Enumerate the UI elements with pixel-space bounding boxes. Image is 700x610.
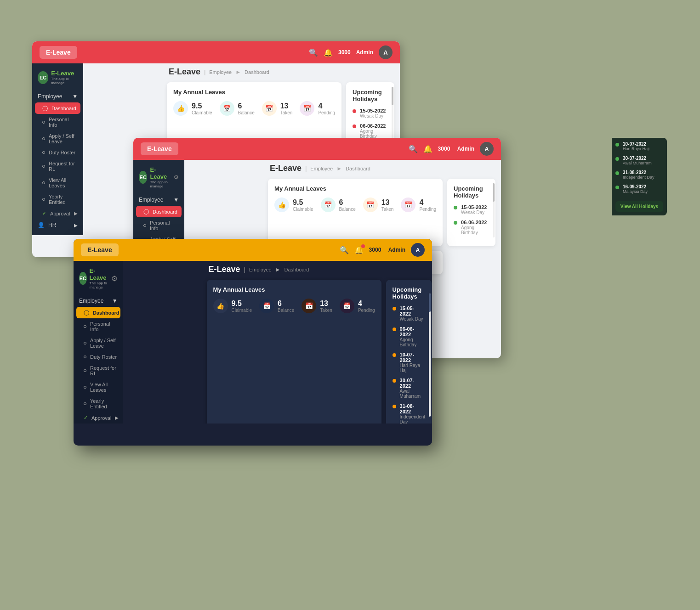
bc-section-p3[interactable]: Employee — [249, 267, 272, 272]
scrollbar-p3[interactable] — [429, 294, 431, 417]
settings-icon-p2[interactable]: ⚙ — [174, 174, 179, 181]
holidays-list-p2: 15-05-2022Wesak Day 06-06-2022Agong Birt… — [454, 204, 489, 235]
claimable-icon-p3: 👍 — [213, 299, 228, 313]
sidebar-request-p1[interactable]: Request for RL — [32, 158, 83, 175]
bc-section-p2[interactable]: Employee — [310, 166, 333, 171]
taken-icon-p1: 📅 — [262, 101, 277, 116]
leave-stats-p3: 👍 9.5Claimable 📅 6Balance 📅 13Taken — [213, 299, 375, 313]
balance-icon-p2: 📅 — [321, 198, 336, 212]
brand-button-p1[interactable]: E-Leave — [40, 46, 77, 59]
sidebar-employee-cat-p2[interactable]: Employee▼ — [133, 194, 184, 206]
partial-holiday-2: 30-07-2022Awal Muharram — [615, 156, 663, 165]
holiday-item-p1-1: 15-05-2022Wesak Day — [353, 108, 388, 119]
sidebar-personal-p3[interactable]: Personal Info — [74, 318, 123, 335]
logo-icon-p3: EC — [79, 272, 87, 285]
balance-icon-p3: 📅 — [259, 299, 274, 313]
main-content-p3: E-Leave | Employee ► Dashboard My Annual… — [201, 261, 432, 424]
sidebar-dashboard-p3[interactable]: ◯ Dashboard — [76, 307, 120, 318]
scrollbar-thumb-p3 — [429, 294, 431, 312]
logo-icon-p2: EC — [139, 171, 147, 184]
scrollbar-p1[interactable] — [392, 87, 393, 141]
brand-button-p2[interactable]: E-Leave — [141, 142, 178, 155]
stat-pending-p1: 📅 4Pending — [300, 101, 335, 116]
avatar-p3[interactable]: A — [411, 243, 425, 257]
claimable-icon-p1: 👍 — [173, 101, 188, 116]
sidebar-yearly-p3[interactable]: Yearly Entitled — [74, 395, 123, 412]
sidebar-view-p3[interactable]: View All Leaves — [74, 379, 123, 395]
sidebar-hr-p1[interactable]: 👤HR ▶ — [32, 219, 83, 231]
logo-p3: EC E-Leave The app to manage ⚙ — [74, 265, 123, 291]
sidebar-personal-p2[interactable]: Personal Info — [133, 217, 184, 234]
holidays-title-p1: Upcoming Holidays — [353, 89, 388, 102]
logo-name-p3: E-Leave — [90, 267, 108, 281]
topbar-right-p3: 🔍 🔔 3000 Admin A — [340, 243, 425, 257]
sidebar-dashboard-p2[interactable]: ◯ Dashboard — [136, 206, 182, 217]
bell-icon-p2[interactable]: 🔔 — [423, 145, 433, 153]
holidays-card-p2: Upcoming Holidays 15-05-2022Wesak Day 06… — [447, 179, 495, 246]
breadcrumb-p3: E-Leave | Employee ► Dashboard — [201, 261, 432, 276]
sidebar-dashboard-p1[interactable]: ◯ Dashboard — [35, 102, 80, 114]
holiday-item-p3-3: 10-07-2022Hari Raya Haji — [393, 352, 426, 373]
annual-leave-title-p1: My Annual Leaves — [173, 89, 335, 96]
search-icon-p2[interactable]: 🔍 — [409, 145, 418, 153]
scrollbar-thumb-p1 — [392, 87, 393, 105]
bell-icon-p1[interactable]: 🔔 — [324, 48, 333, 57]
sidebar-request-p3[interactable]: Request for RL — [74, 362, 123, 379]
holidays-list-p1: 15-05-2022Wesak Day 06-06-2022Agong Birt… — [353, 108, 388, 139]
scrollbar-thumb-p2 — [493, 183, 495, 202]
holiday-item-p1-2: 06-06-2022Agong Birthday — [353, 123, 388, 139]
stat-claimable-p2: 👍 9.5Claimable — [274, 198, 313, 212]
logo-name-p2: E-Leave — [150, 166, 171, 180]
sidebar-employee-cat-p1[interactable]: Employee▼ — [32, 90, 83, 102]
annual-leave-title-p3: My Annual Leaves — [213, 286, 375, 293]
bc-page-p3: Dashboard — [285, 267, 309, 272]
page-title-p2: E-Leave — [270, 164, 302, 173]
holidays-title-p2: Upcoming Holidays — [454, 185, 489, 199]
brand-button-p3[interactable]: E-Leave — [81, 243, 119, 256]
holidays-list-p3: 15-05-2022Wesak Day 06-06-2022Agong Birt… — [393, 305, 426, 424]
search-icon-p3[interactable]: 🔍 — [340, 246, 349, 254]
page-title-p1: E-Leave — [169, 67, 200, 77]
logo-p2: EC E-Leave The app to manage ⚙ — [133, 164, 184, 190]
sidebar-duty-p3[interactable]: Duty Roster — [74, 351, 123, 362]
sidebar-personal-p1[interactable]: Personal Info — [32, 114, 83, 130]
sidebar-apply-p1[interactable]: Apply / Self Leave — [32, 130, 83, 147]
partial-holidays-list: 10-07-2022Hari Raya Haji 30-07-2022Awal … — [615, 141, 663, 194]
annual-leave-card-p2: My Annual Leaves 👍 9.5Claimable 📅 6Balan… — [268, 179, 443, 246]
sidebar-duty-p1[interactable]: Duty Roster — [32, 147, 83, 158]
stat-claimable-p1: 👍 9.5Claimable — [173, 101, 212, 116]
sidebar-employee-cat-p3[interactable]: Employee▼ — [74, 295, 123, 307]
logo-tagline-p1: The app to manage — [51, 77, 78, 85]
bc-section-p1[interactable]: Employee — [209, 69, 232, 75]
view-all-btn-partial[interactable]: View All Holidays — [615, 201, 663, 212]
sidebar-approval-p1[interactable]: ✓Approval ▶ — [32, 208, 83, 219]
settings-icon-p3[interactable]: ⚙ — [111, 274, 118, 283]
avatar-p1[interactable]: A — [379, 45, 393, 59]
stat-taken-p3: 📅 13Taken — [302, 299, 332, 313]
stat-pending-p2: 📅 4Pending — [401, 198, 436, 212]
scrollbar-p2[interactable] — [493, 183, 495, 237]
holiday-item-p3-1: 15-05-2022Wesak Day — [393, 305, 426, 322]
breadcrumb-p1: E-Leave | Employee ► Dashboard — [161, 63, 400, 79]
pending-icon-p3: 📅 — [340, 299, 354, 313]
search-icon-p1[interactable]: 🔍 — [309, 48, 318, 57]
notification-badge-p1 — [330, 47, 334, 51]
stat-balance-p2: 📅 6Balance — [321, 198, 356, 212]
user-info-p3: 3000 Admin — [369, 247, 405, 253]
annual-leave-title-p2: My Annual Leaves — [274, 185, 436, 192]
sidebar-yearly-p1[interactable]: Yearly Entitled — [32, 191, 83, 208]
avatar-p2[interactable]: A — [480, 142, 494, 156]
holiday-item-p3-4: 30-07-2022Awal Muharram — [393, 378, 426, 399]
sidebar-approval-p3[interactable]: ✓Approval ▶ — [74, 412, 123, 424]
holiday-item-p3-2: 06-06-2022Agong Birthday — [393, 326, 426, 347]
sidebar-apply-p3[interactable]: Apply / Self Leave — [74, 335, 123, 351]
pending-icon-p1: 📅 — [300, 101, 314, 116]
bc-page-p2: Dashboard — [346, 166, 370, 171]
bell-icon-p3[interactable]: 🔔 — [354, 246, 364, 254]
sidebar-view-leaves-p1[interactable]: View All Leaves — [32, 175, 83, 191]
stat-pending-p3: 📅 4Pending — [340, 299, 375, 313]
topbar-right-p1: 🔍 🔔 3000 Admin A — [309, 45, 393, 59]
annual-leave-card-p3: My Annual Leaves 👍 9.5Claimable 📅 6Balan… — [207, 280, 381, 424]
taken-icon-p2: 📅 — [363, 198, 378, 212]
breadcrumb-p2: E-Leave | Employee ► Dashboard — [262, 160, 501, 175]
